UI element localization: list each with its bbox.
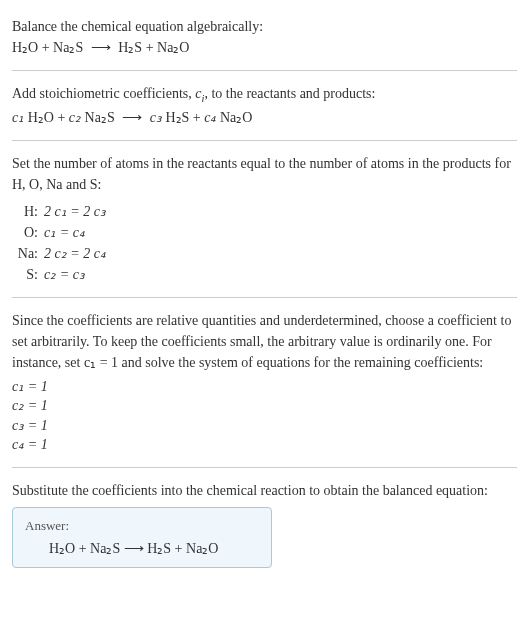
atom-eq-title: Set the number of atoms in the reactants…	[12, 153, 517, 195]
reaction-arrow-icon: ⟶	[118, 110, 146, 125]
section-balance-intro: Balance the chemical equation algebraica…	[12, 8, 517, 66]
section-answer: Substitute the coefficients into the che…	[12, 472, 517, 576]
section-atom-equations: Set the number of atoms in the reactants…	[12, 145, 517, 293]
atom-label: Na:	[16, 243, 44, 264]
substitute-text: Substitute the coefficients into the che…	[12, 480, 517, 501]
eq-right: H₂S + Na₂O	[118, 40, 189, 55]
stoich-equation: c₁ H₂O + c₂ Na₂S ⟶ c₃ H₂S + c₄ Na₂O	[12, 107, 517, 128]
atom-equation-table: H: 2 c₁ = 2 c₃ O: c₁ = c₄ Na: 2 c₂ = 2 c…	[16, 201, 517, 285]
coef-value: c₄ = 1	[12, 435, 517, 455]
solve-text: Since the coefficients are relative quan…	[12, 310, 517, 373]
eq-left: H₂O + Na₂S	[12, 40, 83, 55]
reaction-arrow-icon: ⟶	[87, 40, 115, 55]
coef-value: c₁ = 1	[12, 377, 517, 397]
atom-row: S: c₂ = c₃	[16, 264, 517, 285]
atom-row: H: 2 c₁ = 2 c₃	[16, 201, 517, 222]
balanced-equation: H₂O + Na₂S ⟶ H₂S + Na₂O	[25, 540, 259, 557]
divider	[12, 297, 517, 298]
atom-equation: 2 c₂ = 2 c₄	[44, 243, 106, 264]
atom-row: O: c₁ = c₄	[16, 222, 517, 243]
atom-label: S:	[16, 264, 44, 285]
section-solve: Since the coefficients are relative quan…	[12, 302, 517, 463]
stoich-title: Add stoichiometric coefficients, ci, to …	[12, 83, 517, 107]
divider	[12, 140, 517, 141]
atom-equation: 2 c₁ = 2 c₃	[44, 201, 106, 222]
atom-equation: c₁ = c₄	[44, 222, 85, 243]
section-stoich-coefficients: Add stoichiometric coefficients, ci, to …	[12, 75, 517, 136]
intro-title: Balance the chemical equation algebraica…	[12, 16, 517, 37]
atom-label: O:	[16, 222, 44, 243]
divider	[12, 467, 517, 468]
answer-box: Answer: H₂O + Na₂S ⟶ H₂S + Na₂O	[12, 507, 272, 568]
atom-equation: c₂ = c₃	[44, 264, 85, 285]
atom-row: Na: 2 c₂ = 2 c₄	[16, 243, 517, 264]
atom-label: H:	[16, 201, 44, 222]
coef-value: c₂ = 1	[12, 396, 517, 416]
divider	[12, 70, 517, 71]
coef-value: c₃ = 1	[12, 416, 517, 436]
unbalanced-equation: H₂O + Na₂S ⟶ H₂S + Na₂O	[12, 37, 517, 58]
answer-label: Answer:	[25, 518, 259, 534]
coefficient-list: c₁ = 1 c₂ = 1 c₃ = 1 c₄ = 1	[12, 377, 517, 455]
